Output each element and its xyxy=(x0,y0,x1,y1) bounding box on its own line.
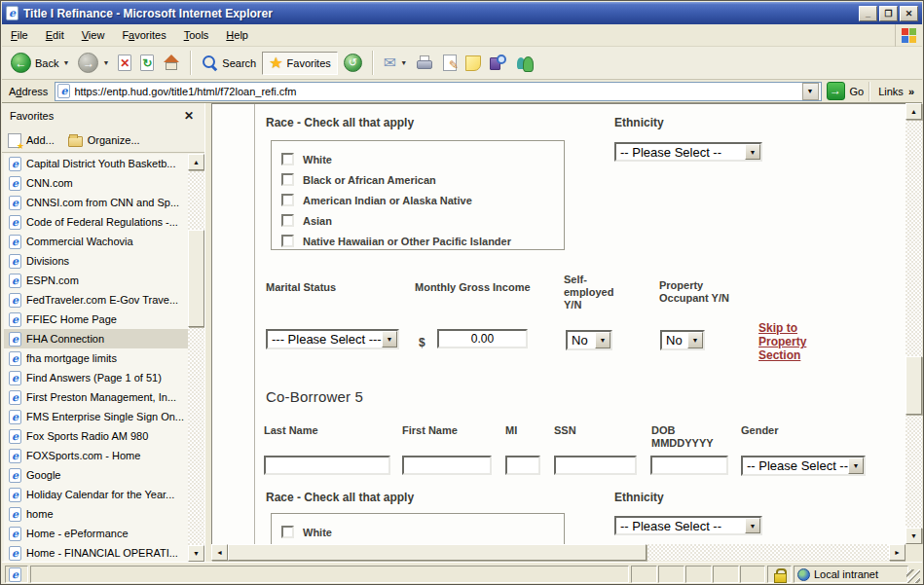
self-employed-select[interactable]: No ▼ xyxy=(566,330,612,350)
favorites-list-item[interactable]: Find Answers (Page 1 of 51) xyxy=(4,368,188,387)
scroll-right-icon[interactable]: ► xyxy=(889,544,906,561)
menu-tools[interactable]: Tools xyxy=(175,25,218,45)
first-name-input[interactable] xyxy=(402,456,492,475)
favorites-item-label: Capital District Youth Basketb... xyxy=(26,158,175,169)
forward-dropdown-caret[interactable]: ▼ xyxy=(102,59,109,66)
history-icon: ↺ xyxy=(344,54,362,72)
favorites-list-item[interactable]: FedTraveler.com E-Gov Trave... xyxy=(4,290,188,310)
resize-grip[interactable] xyxy=(906,569,920,583)
favorites-list-item[interactable]: Fox Sports Radio AM 980 xyxy=(4,426,188,446)
edit-button[interactable] xyxy=(440,53,460,73)
gender-select[interactable]: -- Please Select -- ▼ xyxy=(741,456,866,476)
favorites-list-item[interactable]: FOXSports.com - Home xyxy=(4,446,188,465)
mi-input[interactable] xyxy=(505,456,540,475)
scroll-left-icon[interactable]: ◄ xyxy=(211,544,228,561)
ethnicity-select-2[interactable]: -- Please Select -- ▼ xyxy=(614,516,762,535)
favorites-list-item[interactable]: Capital District Youth Basketb... xyxy=(4,154,188,173)
go-button[interactable]: → xyxy=(827,82,845,100)
favorites-list-item[interactable]: Holiday Calendar for the Year... xyxy=(4,485,188,504)
favorites-list-item[interactable]: ESPN.com xyxy=(4,271,188,290)
ethnicity-select[interactable]: -- Please Select -- ▼ xyxy=(614,142,762,162)
mail-dropdown-caret[interactable]: ▼ xyxy=(400,59,407,66)
favorites-close-icon[interactable]: ✕ xyxy=(181,109,197,123)
scroll-up-icon[interactable]: ▲ xyxy=(188,154,204,170)
back-button[interactable]: ← Back ▼ xyxy=(8,51,72,75)
menu-favorites[interactable]: Favorites xyxy=(113,25,174,45)
history-button[interactable]: ↺ xyxy=(341,52,365,74)
favorites-list-item[interactable]: FHA Connection xyxy=(4,329,188,348)
menu-edit[interactable]: Edit xyxy=(37,25,73,45)
add-favorite-button[interactable]: Add... xyxy=(8,133,55,148)
vertical-scrollbar-thumb[interactable] xyxy=(906,356,922,415)
favorites-scrollbar[interactable]: ▲ ▼ xyxy=(188,154,204,562)
favorites-list-item[interactable]: Commercial Wachovia xyxy=(4,232,188,251)
menu-help[interactable]: Help xyxy=(217,25,257,45)
research-button[interactable] xyxy=(487,53,509,73)
page-vertical-scrollbar[interactable]: ▲ ▼ xyxy=(906,103,922,544)
messenger-button[interactable] xyxy=(512,54,536,73)
favorites-list-item[interactable]: CNNSI.com from CNN and Sp... xyxy=(4,193,188,212)
favorites-button[interactable]: ★ Favorites xyxy=(262,52,338,75)
address-url[interactable]: https://entp.hud.gov/title1/html/f72loan… xyxy=(74,86,296,97)
home-button[interactable] xyxy=(160,53,183,73)
links-chevron-icon[interactable]: » xyxy=(908,86,914,97)
favorites-list-item[interactable]: CNN.com xyxy=(4,173,188,193)
favorites-list-item[interactable]: fha mortgage limits xyxy=(4,348,188,368)
marital-status-select[interactable]: --- Please Select --- ▼ xyxy=(266,329,399,349)
last-name-input[interactable] xyxy=(264,456,390,475)
race-checkbox-group-2: White xyxy=(271,513,565,544)
favorites-list-item[interactable]: First Preston Management, In... xyxy=(4,387,188,407)
organize-favorites-button[interactable]: Organize... xyxy=(68,133,140,147)
menu-view[interactable]: View xyxy=(73,25,114,45)
back-dropdown-caret[interactable]: ▼ xyxy=(62,59,69,66)
horizontal-scrollbar-thumb[interactable] xyxy=(228,544,647,561)
favorites-list-item[interactable]: Google xyxy=(4,465,188,485)
favorites-list-item[interactable]: Home - FINANCIAL OPERATI... xyxy=(4,543,188,562)
refresh-button[interactable]: ↻ xyxy=(137,53,157,73)
go-label[interactable]: Go xyxy=(850,86,865,97)
race-checkbox[interactable] xyxy=(281,214,294,227)
sidebar-resize-handle[interactable] xyxy=(204,103,211,562)
favorites-list-item[interactable]: Divisions xyxy=(4,251,188,271)
race-checkbox[interactable] xyxy=(281,173,294,186)
dropdown-arrow-icon[interactable]: ▼ xyxy=(745,518,760,533)
dropdown-arrow-icon[interactable]: ▼ xyxy=(687,332,703,348)
search-button[interactable]: Search xyxy=(199,53,259,73)
race-checkbox[interactable] xyxy=(281,526,294,538)
maximize-button[interactable]: ❐ xyxy=(879,6,898,21)
favorites-list-item[interactable]: FFIEC Home Page xyxy=(4,310,188,329)
property-occupant-select[interactable]: No ▼ xyxy=(660,330,705,350)
favorites-scrollbar-thumb[interactable] xyxy=(188,230,204,327)
close-button[interactable]: ✕ xyxy=(900,6,918,21)
income-input[interactable] xyxy=(437,329,528,348)
scroll-up-icon[interactable]: ▲ xyxy=(906,103,922,120)
minimize-button[interactable]: _ xyxy=(859,6,877,21)
dropdown-arrow-icon[interactable]: ▼ xyxy=(382,331,397,347)
dropdown-arrow-icon[interactable]: ▼ xyxy=(745,144,760,160)
address-dropdown-button[interactable]: ▼ xyxy=(802,83,819,100)
skip-to-property-link[interactable]: Skip to Property Section xyxy=(758,321,844,362)
favorites-list-item[interactable]: Code of Federal Regulations -... xyxy=(4,212,188,232)
stop-button[interactable]: ✕ xyxy=(115,53,134,73)
race-checkbox[interactable] xyxy=(281,194,294,206)
frame-divider xyxy=(254,104,255,544)
links-toolbar[interactable]: Links » xyxy=(875,86,917,97)
dropdown-arrow-icon[interactable]: ▼ xyxy=(848,457,864,474)
page-horizontal-scrollbar[interactable]: ◄ ► xyxy=(211,544,906,561)
favorites-list-item[interactable]: Home - ePeformance xyxy=(4,524,188,543)
discuss-button[interactable] xyxy=(462,54,484,73)
race-checkbox[interactable] xyxy=(281,235,294,247)
forward-button[interactable]: → ▼ xyxy=(75,51,112,75)
dob-input[interactable] xyxy=(650,456,728,475)
favorites-list-item[interactable]: home xyxy=(4,504,188,524)
menu-file[interactable]: File xyxy=(2,25,37,45)
address-input[interactable]: https://entp.hud.gov/title1/html/f72loan… xyxy=(55,82,821,101)
ssn-input[interactable] xyxy=(554,456,637,475)
race-checkbox[interactable] xyxy=(281,153,294,165)
favorites-list-item[interactable]: FMS Enterprise Single Sign On... xyxy=(4,407,188,426)
scroll-down-icon[interactable]: ▼ xyxy=(188,545,204,562)
dropdown-arrow-icon[interactable]: ▼ xyxy=(595,332,610,348)
mail-button[interactable]: ✉ ▼ xyxy=(381,52,410,74)
print-button[interactable] xyxy=(413,54,437,73)
scroll-down-icon[interactable]: ▼ xyxy=(906,528,922,544)
